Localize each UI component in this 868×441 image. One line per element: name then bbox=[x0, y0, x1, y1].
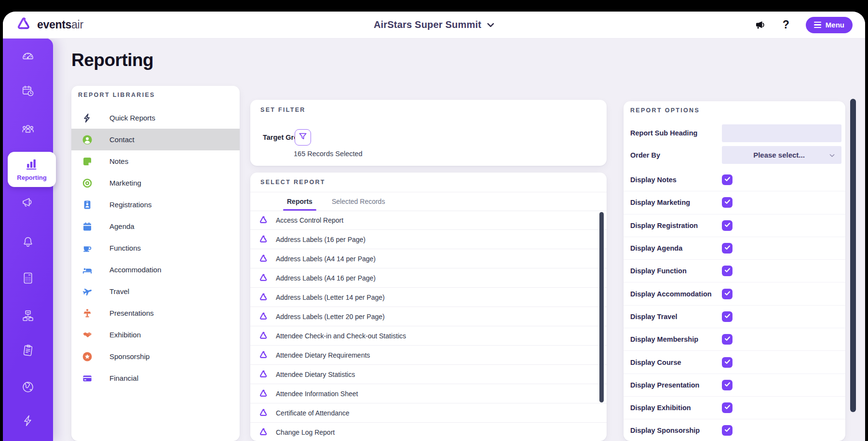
eventsair-logo-icon bbox=[15, 15, 32, 34]
report-name: Attendee Check-in and Check-out Statisti… bbox=[276, 332, 406, 340]
library-item-label: Notes bbox=[109, 157, 128, 165]
toggle-checkbox[interactable] bbox=[722, 197, 732, 208]
toggle-label: Display Agenda bbox=[630, 244, 682, 252]
toggle-checkbox[interactable] bbox=[722, 174, 732, 185]
library-item-presentations[interactable]: Presentations bbox=[71, 302, 240, 324]
library-item-sponsorship[interactable]: Sponsorship bbox=[71, 346, 240, 367]
toggle-label: Display Travel bbox=[630, 313, 678, 321]
report-list-scrollbar[interactable] bbox=[599, 212, 604, 402]
page-scrollbar[interactable] bbox=[850, 99, 856, 412]
contact-person-icon bbox=[82, 134, 93, 145]
sidebar-item-budget[interactable] bbox=[21, 271, 35, 285]
online-globe-icon bbox=[21, 388, 35, 396]
brand-logo[interactable]: eventsair bbox=[15, 15, 83, 34]
toggle-checkbox[interactable] bbox=[722, 266, 732, 276]
library-item-label: Sponsorship bbox=[109, 352, 149, 361]
toggle-checkbox[interactable] bbox=[722, 425, 732, 436]
library-item-agenda[interactable]: Agenda bbox=[71, 215, 240, 237]
eventsair-report-icon bbox=[258, 273, 269, 283]
toggle-label: Display Accommodation bbox=[630, 290, 712, 298]
toggle-checkbox[interactable] bbox=[722, 243, 732, 254]
sidebar-item-comms[interactable] bbox=[21, 195, 35, 210]
toggle-row-display-function: Display Function bbox=[624, 259, 845, 282]
sidebar-item-events[interactable] bbox=[21, 84, 35, 98]
library-item-label: Financial bbox=[109, 374, 138, 382]
report-row[interactable]: Address Labels (Letter 14 per Page) bbox=[250, 288, 607, 307]
report-row[interactable]: Address Labels (A4 16 per Page) bbox=[250, 268, 607, 288]
report-name: Certificate of Attendance bbox=[276, 409, 350, 417]
menu-button-label: Menu bbox=[826, 21, 844, 29]
toggle-checkbox[interactable] bbox=[722, 311, 732, 322]
sidebar-item-reporting[interactable]: Reporting bbox=[8, 152, 56, 187]
library-item-registrations[interactable]: Registrations bbox=[71, 194, 240, 215]
library-item-exhibition[interactable]: Exhibition bbox=[71, 324, 240, 346]
sidebar-item-runsheet[interactable] bbox=[21, 343, 35, 358]
library-item-travel[interactable]: Travel bbox=[71, 281, 240, 302]
report-row[interactable]: Attendee Dietary Requirements bbox=[250, 346, 607, 365]
library-item-functions[interactable]: Functions bbox=[71, 237, 240, 259]
order-by-select[interactable]: Please select... bbox=[722, 146, 841, 164]
library-item-financial[interactable]: Financial bbox=[71, 367, 240, 389]
toggle-label: Display Function bbox=[630, 267, 687, 275]
app-window: eventsair AirStars Super Summit ? Menu R… bbox=[3, 12, 865, 441]
library-item-label: Travel bbox=[109, 287, 129, 295]
event-switcher[interactable]: AirStars Super Summit bbox=[374, 19, 494, 30]
library-item-label: Contact bbox=[109, 135, 135, 144]
check-icon bbox=[724, 381, 731, 389]
report-row[interactable]: Certificate of Attendance bbox=[250, 403, 607, 423]
library-item-label: Marketing bbox=[109, 179, 141, 187]
alerts-bell-icon bbox=[21, 242, 35, 251]
eventsair-report-icon bbox=[258, 408, 269, 418]
toggle-row-display-registration: Display Registration bbox=[624, 214, 845, 237]
report-name: Change Log Report bbox=[276, 428, 335, 436]
exhibition-handshake-icon bbox=[82, 330, 93, 340]
library-item-label: Exhibition bbox=[109, 331, 141, 339]
report-name: Address Labels (16 per Page) bbox=[276, 236, 366, 243]
run-sheet-clipboard-icon bbox=[21, 351, 35, 359]
help-icon[interactable]: ? bbox=[783, 18, 789, 31]
target-group-filter-button[interactable] bbox=[295, 129, 311, 146]
check-icon bbox=[724, 290, 731, 298]
report-row[interactable]: Attendee Dietary Statistics bbox=[250, 365, 607, 384]
functions-cup-icon bbox=[82, 243, 93, 254]
sidebar-item-integrations[interactable] bbox=[21, 414, 35, 428]
report-row[interactable]: Address Labels (A4 14 per Page) bbox=[250, 249, 607, 268]
sidebar-item-structure[interactable] bbox=[21, 308, 35, 323]
library-item-marketing[interactable]: Marketing bbox=[71, 172, 240, 194]
toggle-label: Display Presentation bbox=[630, 381, 699, 389]
sidebar-item-attendees[interactable] bbox=[21, 122, 35, 136]
toggle-checkbox[interactable] bbox=[722, 357, 732, 368]
menu-button[interactable]: Menu bbox=[806, 17, 853, 33]
report-row[interactable]: Address Labels (16 per Page) bbox=[250, 230, 607, 249]
report-row[interactable]: Attendee Information Sheet bbox=[250, 384, 607, 403]
sub-heading-input[interactable] bbox=[722, 124, 841, 142]
report-row[interactable]: Attendee Check-in and Check-out Statisti… bbox=[250, 326, 607, 346]
funnel-icon bbox=[298, 132, 308, 143]
hamburger-icon bbox=[814, 22, 821, 28]
report-row[interactable]: Change Log Report bbox=[250, 423, 607, 441]
screen: eventsair AirStars Super Summit ? Menu R… bbox=[0, 0, 868, 441]
toggle-checkbox[interactable] bbox=[722, 334, 732, 345]
report-name: Address Labels (A4 14 per Page) bbox=[276, 255, 376, 263]
reporting-bars-icon bbox=[25, 158, 39, 173]
toggle-checkbox[interactable] bbox=[722, 402, 732, 413]
toggle-row-display-sponsorship: Display Sponsorship bbox=[624, 419, 845, 441]
check-icon bbox=[724, 358, 731, 367]
announcements-megaphone-icon[interactable] bbox=[755, 19, 766, 31]
toggle-checkbox[interactable] bbox=[722, 380, 732, 390]
toggle-checkbox[interactable] bbox=[722, 289, 732, 299]
sidebar-item-alerts[interactable] bbox=[21, 235, 35, 249]
records-selected-text: 165 Records Selected bbox=[294, 150, 363, 158]
report-row[interactable]: Address Labels (Letter 20 per Page) bbox=[250, 307, 607, 326]
marketing-target-icon bbox=[82, 178, 93, 188]
tab-reports[interactable]: Reports bbox=[279, 192, 320, 211]
library-item-notes[interactable]: Notes bbox=[71, 150, 240, 172]
library-item-quick-reports[interactable]: Quick Reports bbox=[71, 107, 240, 129]
sidebar-item-online[interactable] bbox=[21, 380, 35, 394]
toggle-checkbox[interactable] bbox=[722, 220, 732, 231]
tab-selected-records[interactable]: Selected Records bbox=[324, 192, 393, 211]
sidebar-item-dashboard[interactable] bbox=[21, 49, 35, 63]
report-row[interactable]: Access Control Report bbox=[250, 211, 607, 230]
library-item-accommodation[interactable]: Accommodation bbox=[71, 259, 240, 281]
library-item-contact[interactable]: Contact bbox=[71, 129, 240, 150]
